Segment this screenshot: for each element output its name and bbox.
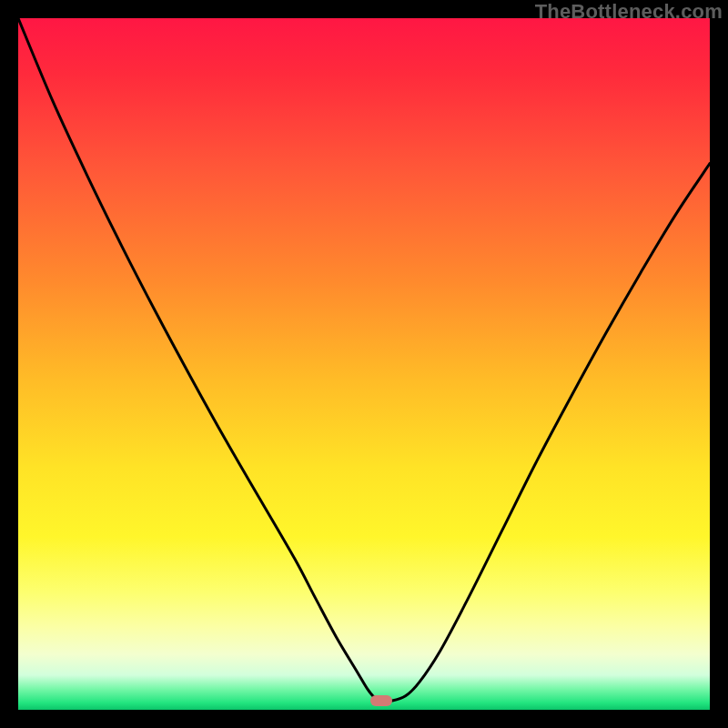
bottleneck-curve — [18, 18, 710, 710]
chart-frame: TheBottleneck.com — [0, 0, 728, 728]
watermark-text: TheBottleneck.com — [535, 0, 723, 24]
minimum-marker — [370, 695, 392, 706]
plot-area — [18, 18, 710, 710]
